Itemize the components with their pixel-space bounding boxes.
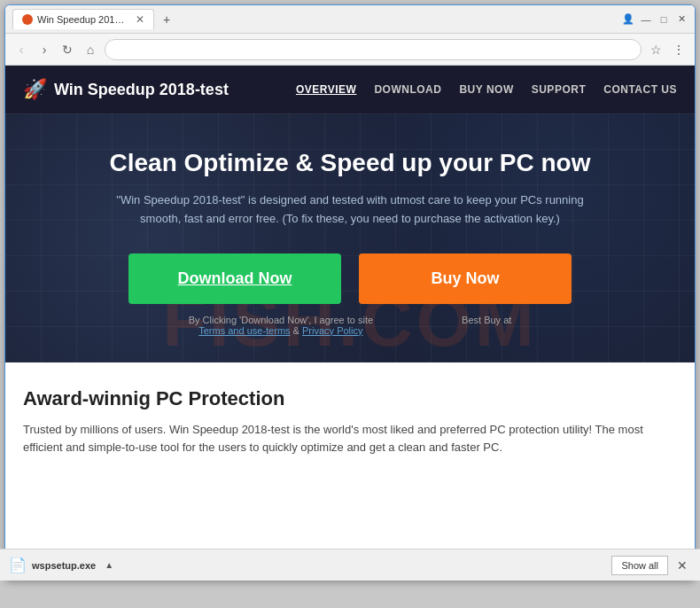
address-bar[interactable] bbox=[105, 39, 642, 60]
hero-section: FISH.COM Clean Optimize & Speed up your … bbox=[5, 113, 695, 362]
tab-title: Win Speedup 2018-test: bbox=[37, 14, 128, 25]
content-title: Award-winnig PC Protection bbox=[23, 387, 677, 410]
show-all-button[interactable]: Show all bbox=[611, 556, 668, 575]
site-content: 🚀 Win Speedup 2018-test OVERVIEW DOWNLOA… bbox=[5, 66, 695, 580]
download-expand-icon[interactable]: ▲ bbox=[105, 560, 113, 570]
logo-text: Win Speedup 2018-test bbox=[54, 81, 229, 99]
browser-titlebar: Win Speedup 2018-test: ✕ + 👤 — □ ✕ bbox=[5, 5, 695, 34]
tab-area: Win Speedup 2018-test: ✕ + bbox=[12, 9, 622, 29]
footer-and: & bbox=[293, 325, 302, 336]
tab-close-button[interactable]: ✕ bbox=[136, 13, 144, 26]
bookmark-button[interactable]: ☆ bbox=[647, 41, 665, 58]
home-button[interactable]: ⌂ bbox=[82, 41, 99, 58]
content-title-bold: Award-winnig bbox=[23, 387, 151, 409]
download-file-info: 📄 wspsetup.exe ▲ bbox=[9, 557, 113, 573]
close-button[interactable]: ✕ bbox=[675, 13, 688, 26]
footer-agree-text: By Clicking 'Download Now', I agree to s… bbox=[189, 315, 373, 325]
download-now-button[interactable]: Download Now bbox=[128, 253, 341, 304]
download-file-name: wspsetup.exe bbox=[32, 560, 96, 571]
content-title-rest: PC Protection bbox=[151, 387, 285, 409]
maximize-button[interactable]: □ bbox=[657, 13, 670, 26]
download-bar: 📄 wspsetup.exe ▲ Show all ✕ bbox=[4, 549, 696, 581]
site-logo: 🚀 Win Speedup 2018-test bbox=[23, 78, 229, 101]
privacy-link[interactable]: Privacy Policy bbox=[302, 325, 362, 336]
best-buy-text: Best Buy at bbox=[462, 315, 511, 325]
content-body: Trusted by millions of users. Win Speedu… bbox=[23, 421, 677, 458]
site-navigation: 🚀 Win Speedup 2018-test OVERVIEW DOWNLOA… bbox=[5, 66, 695, 113]
tab-favicon bbox=[22, 14, 33, 25]
logo-icon: 🚀 bbox=[23, 78, 47, 101]
nav-download[interactable]: DOWNLOAD bbox=[374, 83, 441, 96]
hero-footer-right: Best Buy at bbox=[462, 315, 511, 336]
nav-contact-us[interactable]: CONTACT US bbox=[603, 83, 677, 96]
new-tab-button[interactable]: + bbox=[158, 11, 175, 28]
browser-menu-button[interactable]: ⋮ bbox=[670, 41, 688, 58]
hero-title: Clean Optimize & Speed up your PC now bbox=[23, 149, 677, 177]
account-icon[interactable]: 👤 bbox=[622, 13, 634, 26]
reload-button[interactable]: ↻ bbox=[58, 41, 76, 58]
buy-now-button[interactable]: Buy Now bbox=[359, 253, 572, 304]
hero-footer: By Clicking 'Download Now', I agree to s… bbox=[23, 315, 677, 336]
active-tab[interactable]: Win Speedup 2018-test: ✕ bbox=[12, 9, 154, 29]
nav-links: OVERVIEW DOWNLOAD BUY NOW SUPPORT CONTAC… bbox=[296, 83, 677, 96]
download-bar-close-button[interactable]: ✕ bbox=[673, 557, 691, 574]
nav-buy-now[interactable]: BUY NOW bbox=[459, 83, 513, 96]
nav-support[interactable]: SUPPORT bbox=[532, 83, 587, 96]
forward-button[interactable]: › bbox=[35, 41, 53, 58]
content-section: Award-winnig PC Protection Trusted by mi… bbox=[5, 362, 695, 476]
minimize-button[interactable]: — bbox=[640, 13, 652, 26]
hero-buttons: Download Now Buy Now bbox=[23, 253, 677, 304]
browser-window: Win Speedup 2018-test: ✕ + 👤 — □ ✕ ‹ › ↻… bbox=[0, 4, 700, 581]
hero-subtitle: "Win Speedup 2018-test" is designed and … bbox=[102, 191, 598, 229]
hero-footer-left: By Clicking 'Download Now', I agree to s… bbox=[189, 315, 373, 336]
download-file-icon: 📄 bbox=[9, 557, 27, 573]
browser-toolbar: ‹ › ↻ ⌂ ☆ ⋮ bbox=[5, 34, 695, 66]
window-controls: 👤 — □ ✕ bbox=[622, 13, 688, 26]
back-button[interactable]: ‹ bbox=[12, 41, 30, 58]
browser-frame: Win Speedup 2018-test: ✕ + 👤 — □ ✕ ‹ › ↻… bbox=[4, 4, 696, 581]
nav-overview[interactable]: OVERVIEW bbox=[296, 83, 356, 96]
terms-link[interactable]: Terms and use-terms bbox=[198, 325, 290, 336]
